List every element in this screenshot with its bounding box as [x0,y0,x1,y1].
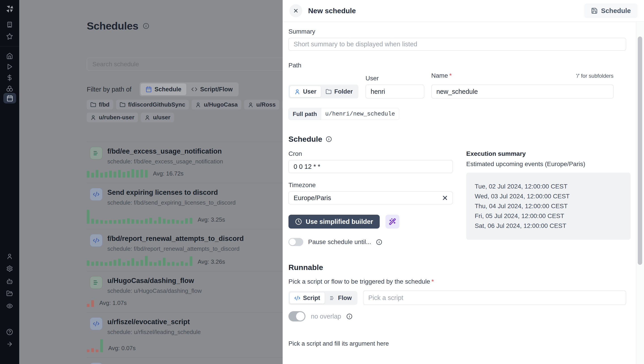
schedule-list-item[interactable]: Send expiring licenses to discord schedu… [87,183,283,229]
filter-label: Filter by path of [87,86,132,93]
folders-icon[interactable] [0,290,19,297]
ai-wand-button[interactable] [386,215,399,229]
pause-label: Pause schedule until... [308,238,371,246]
drawer-scrollbar[interactable] [636,22,644,364]
page-title-row: Schedules [87,20,149,32]
path-chip-label: f/bd [99,101,110,108]
name-field-input[interactable] [431,85,614,98]
required-asterisk: * [449,72,452,79]
windmill-logo[interactable] [0,5,19,14]
drawer-header: New schedule Schedule [283,0,644,22]
runnable-section-title: Runnable [288,263,323,272]
audit-logs-eye-icon[interactable] [0,303,19,309]
avg-duration-label: Avg: 1.07s [99,299,126,307]
path-row: User Folder User Name* '/' for subfolder… [288,72,626,98]
flow-icon [330,295,336,301]
full-path-badge: Full path u/henri/new_schedule [288,108,399,120]
runnable-flow-option[interactable]: Flow [325,292,356,304]
info-icon[interactable] [346,313,352,319]
schedule-title: u/HugoCasa/dashing_flow [107,277,202,285]
duration-sparkline[interactable]: Avg: 16.72s [87,168,283,177]
upcoming-event: Tue, 02 Jul 2024, 12:00:00 CEST [475,181,622,192]
path-chip[interactable]: u/ruben-user [87,113,138,122]
runnable-script-option[interactable]: Script [290,292,325,304]
full-path-value: u/henri/new_schedule [321,108,399,120]
timezone-label: Timezone [288,181,453,189]
pause-toggle[interactable] [288,238,303,246]
schedule-title: Send expiring licenses to discord [107,189,236,197]
simplified-builder-button[interactable]: Use simplified builder [288,215,380,229]
workers-robot-icon[interactable] [0,278,19,285]
schedules-page: Schedules Filter by path of Schedule Scr… [19,0,283,364]
home-icon[interactable] [0,53,19,59]
drawer-body: Summary Path User Folder User [283,22,636,364]
scrollbar-thumb[interactable] [638,37,642,265]
path-chip[interactable]: f/discordGithubSync [116,100,189,109]
schedule-title: f/bd/ee_excess_usage_notification [107,147,223,155]
pause-schedule-row: Pause schedule until... [288,238,453,246]
timezone-input[interactable] [288,192,453,204]
owner-folder-option[interactable]: Folder [321,86,357,97]
duration-sparkline[interactable]: Avg: 3.25s [87,210,283,224]
folder-icon [326,89,332,95]
sidebar-item-schedules-active[interactable] [3,93,16,103]
schedule-list-item[interactable]: f/bd/ee_excess_usage_notification schedu… [87,142,283,183]
user-field-input[interactable] [366,85,424,98]
filter-schedule-option[interactable]: Schedule [141,84,186,95]
avg-duration-label: Avg: 16.72s [153,170,184,177]
duration-sparkline[interactable]: Avg: 3.26s [87,256,283,266]
path-chip-label: f/discordGithubSync [128,101,185,108]
pick-script-input[interactable] [363,291,626,305]
user-icon [144,115,150,120]
calendar-icon [146,86,152,92]
workspace-icon[interactable] [0,21,19,28]
filter-script-flow-option[interactable]: Script/Flow [186,84,238,95]
cron-input[interactable] [288,160,453,173]
code-icon [191,86,198,92]
resources-icon[interactable] [0,85,19,92]
close-button[interactable] [289,4,302,17]
path-chip[interactable]: u/HugoCasa [192,100,241,109]
schedule-list-item[interactable]: u/rfiszel/evocative_script schedule: u/r… [87,312,283,357]
info-icon[interactable] [143,23,149,29]
schedule-section-title: Schedule [288,135,322,143]
info-icon[interactable] [376,239,382,245]
upcoming-event: Thu, 04 Jul 2024, 12:00:00 CEST [475,201,622,211]
info-icon[interactable] [326,136,332,142]
flow-icon [90,276,102,289]
schedule-list-item[interactable]: Refresh stripe subscriptions of EE servi… [87,357,283,364]
schedule-title: u/rfiszel/evocative_script [107,318,201,326]
help-icon[interactable] [0,329,19,335]
duration-sparkline[interactable]: Avg: 0.07s [87,339,283,352]
script-icon [90,363,102,364]
variables-icon[interactable] [0,74,19,81]
upcoming-events-box: Tue, 02 Jul 2024, 12:00:00 CESTWed, 03 J… [466,172,630,240]
schedule-list: f/bd/ee_excess_usage_notification schedu… [87,142,283,364]
path-chip[interactable]: f/bd [87,100,113,109]
runs-icon[interactable] [0,63,19,70]
settings-gear-icon[interactable] [0,265,19,272]
search-input[interactable] [87,58,283,71]
path-chip[interactable]: u/user [141,113,174,122]
script-icon [90,234,102,247]
schedule-list-item[interactable]: f/bd/report_renewal_attempts_to_discord … [87,229,283,271]
users-icon[interactable] [0,253,19,260]
user-icon [294,89,300,95]
script-icon [90,317,102,330]
user-icon [195,102,201,108]
path-chip[interactable]: u/Ross [244,100,279,109]
schedule-list-item[interactable]: u/HugoCasa/dashing_flow schedule: u/Hugo… [87,271,283,312]
save-schedule-button[interactable]: Schedule [584,4,637,18]
sidebar-divider [0,46,19,46]
schedule-path: schedule: u/rfiszel/leading_schedule [107,329,201,335]
collapse-arrow-icon[interactable] [0,341,19,347]
no-overlap-toggle[interactable] [288,311,306,321]
timezone-clear-button[interactable] [442,195,448,201]
summary-input[interactable] [288,38,626,51]
upcoming-event: Fri, 05 Jul 2024, 12:00:00 CEST [475,211,622,221]
owner-user-option[interactable]: User [290,86,321,97]
runnable-kind-toggle: Script Flow [288,291,357,305]
required-asterisk: * [431,278,434,285]
duration-sparkline[interactable]: Avg: 1.07s [87,298,283,307]
favorites-icon[interactable] [0,33,19,40]
